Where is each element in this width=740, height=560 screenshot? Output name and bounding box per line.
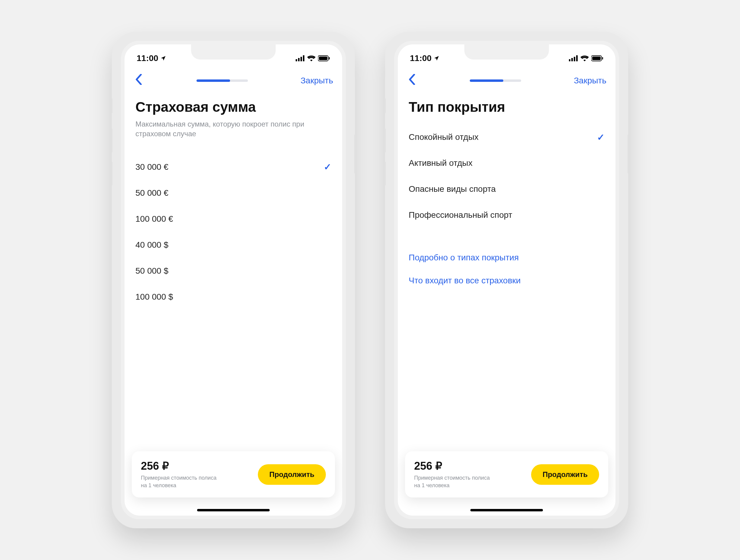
power-button: [628, 134, 630, 174]
svg-rect-10: [576, 55, 578, 61]
svg-rect-7: [569, 59, 570, 61]
volume-down-button: [383, 161, 386, 186]
battery-icon: [591, 55, 604, 61]
notch: [191, 44, 276, 60]
progress-fill: [470, 80, 503, 82]
volume-up-button: [383, 128, 386, 152]
price-amount: 256 ₽: [141, 460, 216, 472]
sum-option-label: 100 000 $: [135, 292, 173, 302]
svg-rect-8: [571, 58, 573, 61]
coverage-option[interactable]: Профессиональный спорт: [409, 202, 605, 228]
power-button: [354, 134, 357, 174]
continue-button[interactable]: Продолжить: [531, 464, 599, 485]
price-caption-line2: на 1 человека: [141, 482, 216, 489]
chevron-left-icon: [135, 74, 142, 85]
cellular-icon: [569, 55, 578, 61]
volume-up-button: [110, 128, 112, 152]
close-button[interactable]: Закрыть: [574, 76, 607, 86]
coverage-option-label: Опасные виды спорта: [409, 184, 496, 194]
check-icon: ✓: [324, 161, 331, 172]
sum-option-list: 30 000 € ✓ 50 000 € 100 000 € 40 000 $ 5…: [135, 154, 331, 310]
nav-bar: Закрыть: [124, 69, 342, 93]
page-subtitle: Максимальная сумма, которую покроет поли…: [135, 119, 331, 139]
check-icon: ✓: [597, 132, 605, 142]
home-indicator[interactable]: [470, 509, 543, 512]
sum-option-label: 100 000 €: [135, 214, 173, 224]
mute-switch: [110, 98, 112, 113]
price-caption-line1: Примерная стоимость полиса: [414, 474, 490, 481]
progress-bar: [196, 80, 248, 82]
volume-down-button: [110, 161, 112, 186]
wifi-icon: [307, 55, 315, 61]
close-button[interactable]: Закрыть: [300, 76, 333, 86]
sum-option[interactable]: 100 000 €: [135, 206, 331, 232]
coverage-option-list: Спокойный отдых ✓ Активный отдых Опасные…: [409, 124, 605, 228]
coverage-option-label: Активный отдых: [409, 158, 472, 168]
sum-option-label: 50 000 €: [135, 188, 168, 198]
coverage-option[interactable]: Спокойный отдых ✓: [409, 124, 605, 150]
nav-bar: Закрыть: [398, 69, 616, 93]
location-arrow-icon: [160, 55, 166, 61]
wifi-icon: [580, 55, 589, 61]
price-amount: 256 ₽: [414, 460, 490, 472]
phone-mockup-insurance-sum: 11:00 Закрыть Страховая с: [112, 32, 355, 528]
svg-rect-6: [329, 57, 330, 60]
svg-rect-5: [319, 57, 328, 60]
all-insurance-includes-link[interactable]: Что входит во все страховки: [409, 269, 605, 292]
coverage-option-label: Профессиональный спорт: [409, 210, 513, 220]
coverage-option-label: Спокойный отдых: [409, 132, 478, 142]
price-footer-card: 256 ₽ Примерная стоимость полиса на 1 че…: [405, 451, 608, 497]
sum-option[interactable]: 30 000 € ✓: [135, 154, 331, 180]
progress-bar: [470, 80, 521, 82]
page-title: Тип покрытия: [409, 99, 605, 115]
sum-option-label: 50 000 $: [135, 266, 168, 276]
svg-rect-1: [298, 58, 299, 61]
home-indicator[interactable]: [197, 509, 270, 512]
page-title: Страховая сумма: [135, 99, 331, 115]
sum-option-label: 30 000 €: [135, 162, 168, 172]
screen-coverage-type: 11:00 Закрыть Тип покрыти: [398, 44, 616, 516]
svg-rect-0: [296, 59, 297, 61]
svg-rect-2: [300, 57, 302, 61]
sum-option[interactable]: 50 000 $: [135, 258, 331, 284]
status-time: 11:00: [410, 53, 432, 63]
price-footer-card: 256 ₽ Примерная стоимость полиса на 1 че…: [132, 451, 335, 497]
continue-button[interactable]: Продолжить: [258, 464, 326, 485]
progress-fill: [196, 80, 230, 82]
back-button[interactable]: [133, 74, 144, 88]
sum-option[interactable]: 40 000 $: [135, 232, 331, 258]
sum-option[interactable]: 100 000 $: [135, 284, 331, 310]
phone-mockup-coverage-type: 11:00 Закрыть Тип покрыти: [385, 32, 628, 528]
coverage-option[interactable]: Опасные виды спорта: [409, 176, 605, 202]
svg-rect-3: [303, 55, 304, 61]
sum-option[interactable]: 50 000 €: [135, 180, 331, 206]
svg-rect-12: [592, 57, 600, 60]
price-caption-line2: на 1 человека: [414, 482, 490, 489]
info-links: Подробно о типах покрытия Что входит во …: [409, 246, 605, 292]
notch: [464, 44, 549, 60]
status-time: 11:00: [136, 53, 158, 63]
sum-option-label: 40 000 $: [135, 240, 168, 250]
battery-icon: [318, 55, 330, 61]
mute-switch: [383, 98, 386, 113]
cellular-icon: [296, 55, 305, 61]
coverage-option[interactable]: Активный отдых: [409, 150, 605, 176]
back-button[interactable]: [407, 74, 417, 88]
svg-rect-9: [574, 57, 575, 61]
chevron-left-icon: [409, 74, 415, 85]
location-arrow-icon: [434, 55, 440, 61]
coverage-details-link[interactable]: Подробно о типах покрытия: [409, 246, 605, 269]
svg-rect-13: [602, 57, 603, 60]
screen-insurance-sum: 11:00 Закрыть Страховая с: [124, 44, 342, 516]
price-caption-line1: Примерная стоимость полиса: [141, 474, 216, 481]
